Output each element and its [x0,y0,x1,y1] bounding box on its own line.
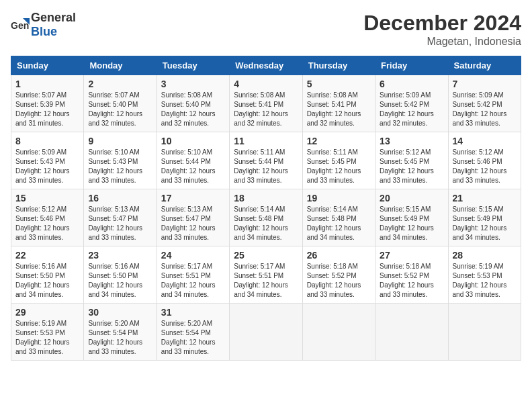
day-number: 20 [380,193,443,203]
day-info: Sunrise: 5:12 AMSunset: 5:46 PMDaylight:… [453,148,507,184]
day-info: Sunrise: 5:17 AMSunset: 5:51 PMDaylight:… [161,263,216,298]
day-info: Sunrise: 5:07 AMSunset: 5:39 PMDaylight:… [15,91,70,127]
header-thursday: Thursday [302,56,375,75]
day-info: Sunrise: 5:13 AMSunset: 5:47 PMDaylight:… [161,205,216,241]
day-info: Sunrise: 5:08 AMSunset: 5:40 PMDaylight:… [161,91,216,127]
table-row: 6 Sunrise: 5:09 AMSunset: 5:42 PMDayligh… [375,75,448,132]
header-sunday: Sunday [11,56,84,75]
svg-text:Gen: Gen [11,20,29,31]
page-header: Gen General Blue December 2024 Magetan, … [11,11,521,48]
table-row: 18 Sunrise: 5:14 AMSunset: 5:48 PMDaylig… [230,189,302,246]
day-number: 27 [380,250,443,261]
day-info: Sunrise: 5:10 AMSunset: 5:43 PMDaylight:… [88,148,142,184]
header-tuesday: Tuesday [157,56,229,75]
table-row: 24 Sunrise: 5:17 AMSunset: 5:51 PMDaylig… [157,246,229,304]
day-number: 18 [234,193,298,203]
day-info: Sunrise: 5:20 AMSunset: 5:54 PMDaylight:… [88,320,142,355]
day-info: Sunrise: 5:15 AMSunset: 5:49 PMDaylight:… [453,205,507,241]
table-row: 13 Sunrise: 5:12 AMSunset: 5:45 PMDaylig… [375,132,448,189]
day-number: 10 [161,136,225,146]
day-number: 23 [88,250,152,261]
table-row [448,304,521,361]
day-number: 1 [15,79,79,89]
day-number: 14 [453,136,517,146]
day-number: 2 [88,79,152,89]
table-row: 7 Sunrise: 5:09 AMSunset: 5:42 PMDayligh… [448,75,521,132]
day-number: 8 [15,136,79,146]
table-row: 8 Sunrise: 5:09 AMSunset: 5:43 PMDayligh… [11,132,84,189]
logo-blue: Blue [31,25,57,38]
day-number: 21 [453,193,517,203]
day-number: 31 [161,307,225,318]
logo: Gen General Blue [11,11,76,39]
calendar-week-row: 22 Sunrise: 5:16 AMSunset: 5:50 PMDaylig… [11,246,521,304]
table-row: 10 Sunrise: 5:10 AMSunset: 5:44 PMDaylig… [157,132,229,189]
table-row: 30 Sunrise: 5:20 AMSunset: 5:54 PMDaylig… [84,304,157,361]
day-number: 5 [307,79,371,89]
day-number: 6 [380,79,443,89]
table-row: 15 Sunrise: 5:12 AMSunset: 5:46 PMDaylig… [11,189,84,246]
table-row: 17 Sunrise: 5:13 AMSunset: 5:47 PMDaylig… [157,189,229,246]
day-info: Sunrise: 5:08 AMSunset: 5:41 PMDaylight:… [234,91,288,127]
calendar-week-row: 1 Sunrise: 5:07 AMSunset: 5:39 PMDayligh… [11,75,521,132]
day-number: 12 [307,136,371,146]
day-number: 28 [453,250,517,261]
calendar-week-row: 15 Sunrise: 5:12 AMSunset: 5:46 PMDaylig… [11,189,521,246]
table-row: 12 Sunrise: 5:11 AMSunset: 5:45 PMDaylig… [302,132,375,189]
table-row: 28 Sunrise: 5:19 AMSunset: 5:53 PMDaylig… [448,246,521,304]
day-info: Sunrise: 5:18 AMSunset: 5:52 PMDaylight:… [380,263,434,298]
day-number: 7 [453,79,517,89]
table-row [375,304,448,361]
table-row: 19 Sunrise: 5:14 AMSunset: 5:48 PMDaylig… [302,189,375,246]
calendar-week-row: 29 Sunrise: 5:19 AMSunset: 5:53 PMDaylig… [11,304,521,361]
table-row: 11 Sunrise: 5:11 AMSunset: 5:44 PMDaylig… [230,132,302,189]
day-number: 15 [15,193,79,203]
day-info: Sunrise: 5:09 AMSunset: 5:42 PMDaylight:… [380,91,434,127]
day-info: Sunrise: 5:12 AMSunset: 5:45 PMDaylight:… [380,148,434,184]
day-info: Sunrise: 5:08 AMSunset: 5:41 PMDaylight:… [307,91,361,127]
day-info: Sunrise: 5:17 AMSunset: 5:51 PMDaylight:… [234,263,288,298]
day-info: Sunrise: 5:09 AMSunset: 5:43 PMDaylight:… [15,148,70,184]
calendar-table: Sunday Monday Tuesday Wednesday Thursday… [11,56,521,361]
table-row: 29 Sunrise: 5:19 AMSunset: 5:53 PMDaylig… [11,304,84,361]
day-number: 3 [161,79,225,89]
logo-general: General [31,11,76,24]
day-number: 30 [88,307,152,318]
day-number: 13 [380,136,443,146]
table-row: 25 Sunrise: 5:17 AMSunset: 5:51 PMDaylig… [230,246,302,304]
day-info: Sunrise: 5:15 AMSunset: 5:49 PMDaylight:… [380,205,434,241]
day-info: Sunrise: 5:12 AMSunset: 5:46 PMDaylight:… [15,205,70,241]
table-row: 5 Sunrise: 5:08 AMSunset: 5:41 PMDayligh… [302,75,375,132]
header-friday: Friday [375,56,448,75]
day-info: Sunrise: 5:20 AMSunset: 5:54 PMDaylight:… [161,320,216,355]
day-number: 9 [88,136,152,146]
table-row: 26 Sunrise: 5:18 AMSunset: 5:52 PMDaylig… [302,246,375,304]
table-row: 20 Sunrise: 5:15 AMSunset: 5:49 PMDaylig… [375,189,448,246]
table-row: 27 Sunrise: 5:18 AMSunset: 5:52 PMDaylig… [375,246,448,304]
day-number: 29 [15,307,79,318]
table-row: 9 Sunrise: 5:10 AMSunset: 5:43 PMDayligh… [84,132,157,189]
logo-icon: Gen [11,15,30,34]
header-wednesday: Wednesday [230,56,302,75]
day-number: 26 [307,250,371,261]
day-info: Sunrise: 5:19 AMSunset: 5:53 PMDaylight:… [15,320,70,355]
day-number: 22 [15,250,79,261]
day-number: 16 [88,193,152,203]
table-row: 3 Sunrise: 5:08 AMSunset: 5:40 PMDayligh… [157,75,229,132]
table-row: 23 Sunrise: 5:16 AMSunset: 5:50 PMDaylig… [84,246,157,304]
weekday-header-row: Sunday Monday Tuesday Wednesday Thursday… [11,56,521,75]
day-number: 11 [234,136,298,146]
table-row [230,304,302,361]
table-row: 16 Sunrise: 5:13 AMSunset: 5:47 PMDaylig… [84,189,157,246]
day-info: Sunrise: 5:14 AMSunset: 5:48 PMDaylight:… [307,205,361,241]
day-info: Sunrise: 5:07 AMSunset: 5:40 PMDaylight:… [88,91,142,127]
table-row: 2 Sunrise: 5:07 AMSunset: 5:40 PMDayligh… [84,75,157,132]
day-info: Sunrise: 5:16 AMSunset: 5:50 PMDaylight:… [15,263,70,298]
header-saturday: Saturday [448,56,521,75]
day-info: Sunrise: 5:11 AMSunset: 5:45 PMDaylight:… [307,148,361,184]
table-row [302,304,375,361]
day-info: Sunrise: 5:14 AMSunset: 5:48 PMDaylight:… [234,205,288,241]
day-info: Sunrise: 5:13 AMSunset: 5:47 PMDaylight:… [88,205,142,241]
day-info: Sunrise: 5:10 AMSunset: 5:44 PMDaylight:… [161,148,216,184]
table-row: 21 Sunrise: 5:15 AMSunset: 5:49 PMDaylig… [448,189,521,246]
